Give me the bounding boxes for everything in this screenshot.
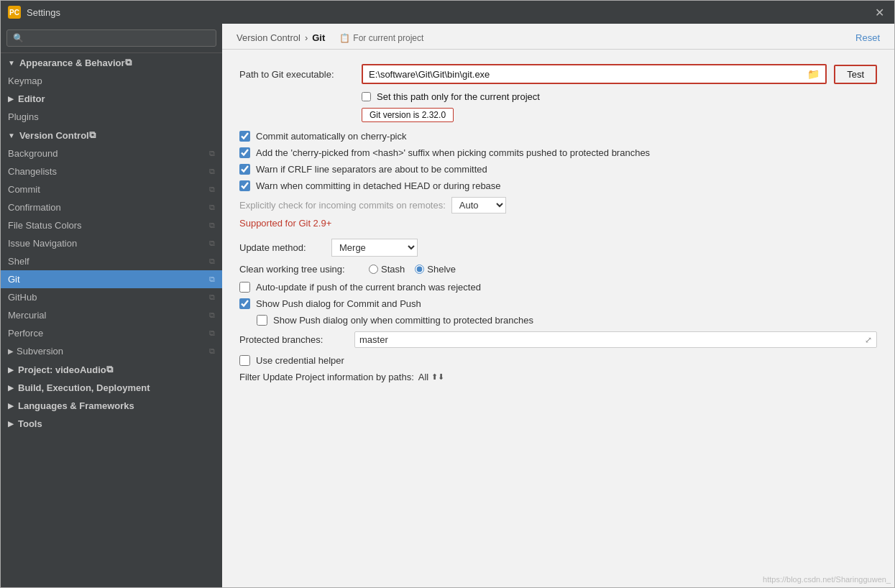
breadcrumb-root: Version Control (237, 32, 300, 43)
clean-tree-row: Clean working tree using: Stash Shelve (239, 264, 877, 275)
sidebar-item-background[interactable]: Background ⧉ (1, 144, 222, 162)
expand-arrow-build: ▶ (8, 384, 14, 392)
folder-button[interactable]: 📁 (802, 65, 825, 83)
ext-icon-bg: ⧉ (209, 149, 215, 158)
check3-row: Warn if CRLF line separators are about t… (239, 164, 877, 175)
sidebar-item-subversion[interactable]: ▶ Subversion ⧉ (1, 342, 222, 360)
ext-icon-git: ⧉ (209, 275, 215, 284)
filter-label: Filter Update Project information by pat… (239, 372, 414, 382)
breadcrumb-sep: › (305, 32, 308, 43)
check1-label: Commit automatically on cherry-pick (256, 131, 407, 142)
sidebar-item-perforce[interactable]: Perforce ⧉ (1, 324, 222, 342)
sidebar-item-keymap[interactable]: Keymap (1, 72, 222, 90)
explicitly-check-select[interactable]: Auto Always Never (451, 197, 506, 213)
sidebar-item-mercurial[interactable]: Mercurial ⧉ (1, 306, 222, 324)
path-label: Path to Git executable: (239, 69, 362, 80)
check3-label: Warn if CRLF line separators are about t… (256, 164, 487, 175)
close-button[interactable]: ✕ (872, 6, 887, 19)
show-push-checkbox[interactable] (239, 298, 250, 309)
for-project-label: For current project (353, 33, 423, 43)
sidebar-item-languages[interactable]: ▶ Languages & Frameworks (1, 397, 222, 415)
show-push-label: Show Push dialog for Commit and Push (256, 298, 421, 309)
main-panel: Version Control › Git 📋 For current proj… (222, 24, 894, 587)
sidebar-item-build[interactable]: ▶ Build, Execution, Deployment (1, 379, 222, 397)
sidebar-item-confirmation[interactable]: Confirmation ⧉ (1, 198, 222, 216)
update-method-row: Update method: Merge Rebase Branch Defau… (239, 239, 877, 257)
sidebar-item-label: Mercurial (8, 310, 46, 321)
protected-branches-row: Protected branches: ⤢ (239, 331, 877, 348)
sidebar-item-file-status-colors[interactable]: File Status Colors ⧉ (1, 216, 222, 234)
ext-icon-commit: ⧉ (209, 185, 215, 194)
check2-row: Add the 'cherry-picked from <hash>' suff… (239, 147, 877, 158)
expand-arrow-proj: ▶ (8, 366, 14, 374)
sidebar-item-shelf[interactable]: Shelf ⧉ (1, 252, 222, 270)
sidebar-item-changelists[interactable]: Changelists ⧉ (1, 162, 222, 180)
expand-arrow-svn: ▶ (8, 347, 14, 355)
sidebar-item-version-control[interactable]: ▼ Version Control ⧉ (1, 126, 222, 144)
filter-row: Filter Update Project information by pat… (239, 372, 877, 382)
path-input[interactable] (363, 66, 802, 83)
sidebar-item-label: Build, Execution, Deployment (18, 382, 150, 393)
radio-stash-option: Stash (369, 264, 405, 275)
main-body: Path to Git executable: 📁 Test Set this … (222, 50, 894, 587)
radio-shelve[interactable] (415, 265, 424, 274)
filter-arrows[interactable]: ⬆⬇ (431, 372, 444, 382)
sidebar-item-tools[interactable]: ▶ Tools (1, 415, 222, 433)
explicitly-check-row: Explicitly check for incoming commits on… (239, 197, 877, 213)
sidebar-item-project[interactable]: ▶ Project: videoAudio ⧉ (1, 360, 222, 379)
protected-branches-input[interactable] (359, 334, 865, 345)
test-button[interactable]: Test (834, 65, 877, 84)
ext-icon-proj: ⧉ (106, 364, 113, 375)
ext-icon-github: ⧉ (209, 293, 215, 302)
radio-shelve-label: Shelve (427, 264, 456, 275)
show-push-protected-checkbox[interactable] (257, 315, 267, 326)
sidebar-item-git[interactable]: Git ⧉ (1, 270, 222, 288)
ext-icon-fsc: ⧉ (209, 221, 215, 230)
explicitly-check-label: Explicitly check for incoming commits on… (239, 200, 446, 211)
use-credential-checkbox[interactable] (239, 355, 250, 366)
supported-text: Supported for Git 2.9+ (239, 218, 877, 229)
ext-icon-p4: ⧉ (209, 329, 215, 338)
sidebar-item-label: Git (8, 274, 20, 285)
sidebar-item-label: Appearance & Behavior (19, 58, 125, 68)
check1-checkbox[interactable] (239, 131, 250, 142)
reset-button[interactable]: Reset (855, 32, 880, 43)
sidebar-item-label: Commit (8, 184, 40, 195)
auto-update-checkbox[interactable] (239, 282, 250, 293)
expand-icon[interactable]: ⤢ (865, 335, 872, 345)
radio-stash[interactable] (369, 265, 378, 274)
sidebar-item-label: Issue Navigation (8, 238, 77, 249)
check2-label: Add the 'cherry-picked from <hash>' suff… (256, 147, 650, 158)
update-method-label: Update method: (239, 242, 326, 253)
project-icon: 📋 (339, 33, 350, 43)
check4-row: Warn when committing in detached HEAD or… (239, 180, 877, 191)
sidebar-item-issue-navigation[interactable]: Issue Navigation ⧉ (1, 234, 222, 252)
check3-checkbox[interactable] (239, 164, 250, 175)
expand-arrow-editor: ▶ (8, 95, 14, 103)
sidebar-item-label: Background (8, 148, 58, 159)
sidebar-item-label: Languages & Frameworks (18, 400, 134, 411)
for-project: 📋 For current project (339, 33, 423, 43)
settings-window: PC Settings ✕ ▼ Appearance & Behavior ⧉ … (0, 0, 895, 588)
sidebar-item-editor[interactable]: ▶ Editor (1, 90, 222, 108)
sidebar-item-github[interactable]: GitHub ⧉ (1, 288, 222, 306)
ext-icon-vc: ⧉ (89, 129, 96, 141)
use-credential-row: Use credential helper (239, 355, 877, 366)
sidebar-item-plugins[interactable]: Plugins (1, 108, 222, 126)
expand-arrow-tools: ▶ (8, 420, 14, 428)
sidebar-item-label: Confirmation (8, 202, 61, 213)
sidebar-item-label: GitHub (8, 292, 37, 303)
search-box[interactable] (1, 24, 222, 53)
sidebar-item-commit[interactable]: Commit ⧉ (1, 180, 222, 198)
sidebar-item-label: Editor (18, 93, 45, 104)
check2-checkbox[interactable] (239, 147, 250, 158)
update-method-select[interactable]: Merge Rebase Branch Default (331, 239, 418, 257)
check4-label: Warn when committing in detached HEAD or… (256, 180, 501, 191)
ext-icon-cl: ⧉ (209, 167, 215, 176)
search-input[interactable] (6, 29, 216, 47)
check4-checkbox[interactable] (239, 180, 250, 191)
check1-row: Commit automatically on cherry-pick (239, 131, 877, 142)
expand-arrow-appearance: ▼ (8, 59, 15, 67)
set-path-checkbox[interactable] (362, 92, 371, 101)
sidebar-item-appearance[interactable]: ▼ Appearance & Behavior ⧉ (1, 53, 222, 72)
